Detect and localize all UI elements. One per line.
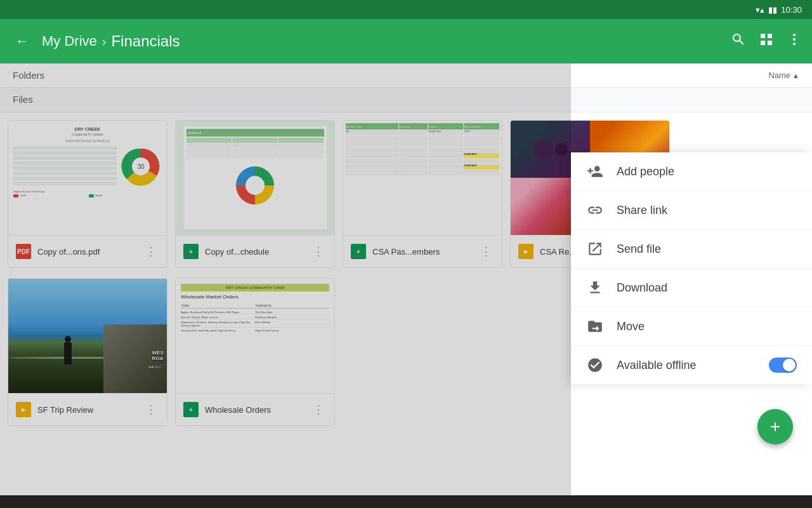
send-file-label: Send file [617, 243, 797, 256]
content-area: Folders Name ▲ Files DRY CREEK COMMUNITY… [0, 64, 812, 495]
toolbar: ← My Drive › Financials [0, 19, 812, 64]
breadcrumb-current: Financials [111, 32, 180, 50]
wifi-icon: ▾▴ [756, 5, 764, 15]
back-button[interactable]: ← [10, 28, 34, 55]
toolbar-actions [731, 32, 802, 51]
menu-item-share-link[interactable]: Share link [571, 191, 812, 230]
grid-view-icon[interactable] [759, 32, 774, 51]
context-menu: Add people Share link Send file [571, 152, 812, 384]
bottom-navigation: ◁ ○ □ [0, 495, 812, 508]
breadcrumb-my-drive[interactable]: My Drive [42, 33, 97, 50]
share-link-label: Share link [617, 204, 797, 217]
svg-point-0 [793, 34, 796, 36]
nav-back-button[interactable]: ◁ [121, 501, 152, 508]
breadcrumb-separator: › [102, 34, 107, 49]
menu-item-move[interactable]: Move [571, 307, 812, 346]
nav-recents-button[interactable]: □ [663, 501, 691, 508]
status-bar: ▾▴ ▮▮ 10:30 [0, 0, 812, 19]
fab-plus-icon: + [770, 417, 780, 437]
add-people-label: Add people [617, 165, 797, 178]
more-options-icon[interactable] [787, 32, 802, 51]
available-offline-toggle[interactable] [769, 358, 797, 373]
download-icon [586, 279, 604, 297]
svg-point-1 [793, 38, 796, 41]
nav-home-button[interactable]: ○ [393, 501, 421, 508]
menu-item-download[interactable]: Download [571, 269, 812, 307]
svg-point-2 [793, 43, 796, 45]
menu-item-add-people[interactable]: Add people [571, 152, 812, 191]
status-time: 10:30 [781, 5, 802, 15]
name-sort[interactable]: Name ▲ [768, 70, 799, 80]
breadcrumb: My Drive › Financials [42, 32, 723, 50]
fab-button[interactable]: + [757, 409, 793, 444]
download-label: Download [617, 281, 797, 295]
sort-name-label: Name [768, 70, 790, 80]
search-icon[interactable] [731, 32, 746, 51]
status-icons: ▾▴ ▮▮ 10:30 [756, 5, 802, 15]
send-file-icon [586, 240, 604, 258]
sort-arrow-icon: ▲ [792, 72, 799, 79]
available-offline-label: Available offline [617, 359, 756, 372]
menu-item-available-offline[interactable]: Available offline [571, 346, 812, 384]
share-link-icon [586, 201, 604, 219]
battery-icon: ▮▮ [768, 5, 777, 15]
add-people-icon [586, 163, 604, 180]
available-offline-icon [586, 356, 604, 374]
overlay-dim [0, 64, 571, 495]
menu-item-send-file[interactable]: Send file [571, 230, 812, 269]
toggle-knob [783, 359, 796, 371]
move-icon [586, 318, 604, 335]
move-label: Move [617, 320, 797, 333]
